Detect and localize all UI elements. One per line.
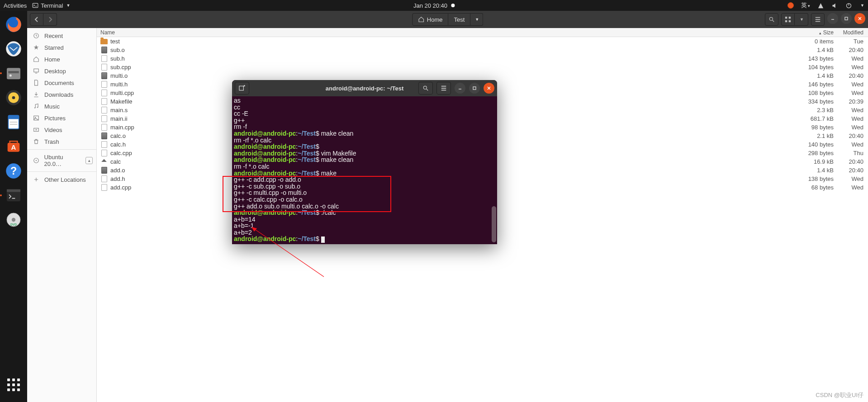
file-row[interactable]: multi.o1.4 kB20:40 — [97, 71, 868, 80]
executable-icon — [100, 158, 108, 166]
file-row[interactable]: sub.h143 bytesWed — [97, 54, 868, 63]
new-tab-button[interactable] — [235, 82, 249, 95]
activities-button[interactable]: Activities — [4, 2, 27, 9]
dock-files[interactable] — [3, 62, 24, 84]
file-modified: Wed — [836, 141, 868, 148]
watermark: CSDN @职业UI仔 — [816, 391, 863, 399]
terminal-scrollbar[interactable] — [492, 206, 496, 242]
column-modified[interactable]: Modified — [836, 29, 868, 36]
file-modified: Wed — [836, 55, 868, 62]
dock-disc[interactable]: DVD — [3, 209, 24, 231]
chevron-down-icon: ▼ — [475, 17, 479, 22]
file-modified: 20:40 — [836, 158, 868, 165]
sidebar-item-downloads[interactable]: Downloads — [27, 89, 96, 100]
clock[interactable]: Jan 20 20:40 — [413, 2, 455, 9]
forward-button[interactable] — [43, 13, 57, 26]
column-headers[interactable]: Name ▴ Size Modified — [97, 28, 868, 37]
svg-point-37 — [37, 107, 38, 108]
file-modified: Wed — [836, 115, 868, 122]
dock-firefox[interactable] — [3, 14, 24, 35]
text-file-icon — [100, 141, 108, 148]
updates-available-icon[interactable] — [787, 2, 794, 9]
svg-line-26 — [773, 20, 774, 22]
path-menu-button[interactable]: ▼ — [470, 13, 483, 26]
power-icon[interactable] — [845, 2, 852, 9]
dock-thunderbird[interactable] — [3, 38, 24, 60]
maximize-icon — [472, 86, 477, 90]
path-segment-current[interactable]: Test — [448, 13, 470, 26]
terminal-area[interactable]: ascccc -Eg++rm -fandroid@android-pc:~/Te… — [232, 96, 497, 244]
svg-rect-43 — [239, 86, 243, 90]
file-modified: 20:40 — [836, 47, 868, 53]
sidebar-item-recent[interactable]: Recent — [27, 30, 96, 42]
sidebar-item-label: Recent — [44, 33, 63, 39]
view-options-button[interactable]: ▼ — [795, 13, 808, 26]
launcher-dock: A ? DVD — [0, 11, 27, 402]
terminal-window: android@android-pc: ~/Test ascccc -Eg++r… — [232, 80, 497, 244]
search-icon — [422, 85, 429, 91]
maximize-button[interactable] — [841, 13, 852, 24]
sidebar-item-ubuntu[interactable]: Ubuntu 20.0…▲ — [27, 151, 96, 170]
app-indicator[interactable]: Terminal ▼ — [32, 2, 70, 9]
terminal-line: cc -E — [234, 110, 495, 117]
dock-help[interactable]: ? — [3, 160, 24, 182]
file-size: 138 bytes — [805, 175, 836, 182]
search-button[interactable] — [765, 13, 778, 26]
sidebar-item-trash[interactable]: Trash — [27, 136, 96, 147]
show-applications-button[interactable] — [3, 374, 24, 396]
close-button[interactable] — [854, 13, 865, 24]
sidebar-item-label: Other Locations — [44, 176, 86, 183]
eject-icon[interactable]: ▲ — [85, 157, 93, 164]
sidebar-item-pictures[interactable]: Pictures — [27, 112, 96, 124]
sidebar-item-music[interactable]: Music — [27, 100, 96, 112]
input-method[interactable]: 英▾ — [801, 1, 810, 9]
terminal-line: a+b=2 — [234, 229, 495, 236]
volume-icon[interactable] — [831, 2, 838, 9]
file-name: sub.h — [110, 55, 125, 62]
close-icon — [858, 16, 862, 21]
minimize-button[interactable] — [827, 13, 838, 24]
sidebar-item-other[interactable]: Other Locations — [27, 174, 96, 185]
path-segment-home[interactable]: Home — [412, 13, 449, 26]
disk-icon — [33, 157, 40, 164]
cursor-icon — [321, 236, 325, 243]
file-row[interactable]: sub.o1.4 kB20:40 — [97, 46, 868, 54]
dock-writer[interactable] — [3, 111, 24, 133]
file-row[interactable]: test0 itemsTue — [97, 37, 868, 46]
sidebar-item-videos[interactable]: Videos — [27, 124, 96, 136]
file-name: main.ii — [110, 115, 128, 122]
back-button[interactable] — [30, 13, 43, 26]
hamburger-menu-button[interactable] — [811, 13, 825, 26]
view-grid-button[interactable] — [781, 13, 795, 26]
dock-rhythmbox[interactable] — [3, 87, 24, 109]
terminal-search-button[interactable] — [418, 82, 433, 95]
file-name: Makefile — [110, 98, 132, 105]
apps-grid-icon — [7, 378, 20, 391]
music-icon — [33, 103, 40, 110]
sidebar-item-documents[interactable]: Documents — [27, 77, 96, 89]
hamburger-icon — [441, 85, 447, 91]
file-row[interactable]: sub.cpp104 bytesWed — [97, 63, 868, 71]
terminal-menu-button[interactable] — [436, 82, 451, 95]
network-icon[interactable] — [817, 2, 824, 9]
sidebar-item-starred[interactable]: Starred — [27, 42, 96, 53]
file-name: main.s — [110, 107, 128, 114]
svg-text:?: ? — [10, 165, 17, 177]
terminal-maximize-button[interactable] — [469, 83, 480, 94]
column-name[interactable]: Name — [97, 29, 805, 36]
sidebar-item-home[interactable]: Home — [27, 53, 96, 65]
file-modified: 20:39 — [836, 98, 868, 105]
terminal-title: android@android-pc: ~/Test — [326, 85, 403, 92]
star-icon — [33, 44, 40, 51]
file-modified: Thu — [836, 150, 868, 156]
dock-terminal[interactable] — [3, 184, 24, 206]
dock-software[interactable]: A — [3, 136, 24, 157]
file-modified: Wed — [836, 184, 868, 191]
file-size: 16.9 kB — [805, 158, 836, 165]
terminal-line: cc — [234, 104, 495, 111]
chevron-down-icon[interactable]: ▼ — [860, 3, 864, 8]
terminal-close-button[interactable] — [484, 83, 494, 94]
sidebar-item-desktop[interactable]: Desktop — [27, 65, 96, 77]
column-size[interactable]: ▴ Size — [805, 29, 836, 36]
terminal-minimize-button[interactable] — [455, 83, 465, 94]
